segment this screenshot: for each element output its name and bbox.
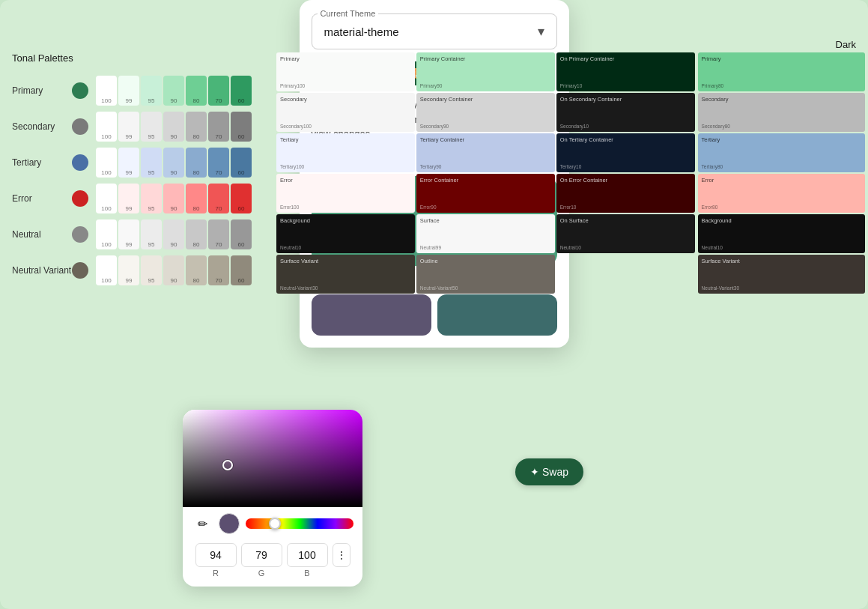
palette-row-error: Error100999590807060 — [12, 184, 265, 213]
b-label: B — [304, 569, 309, 578]
color-cursor — [222, 460, 233, 470]
palette-circle — [72, 82, 88, 99]
r-field: R — [195, 543, 237, 578]
dark-theme-cell: PrimaryPrimary80 — [698, 52, 865, 91]
color-swatch[interactable]: 60 — [231, 112, 252, 142]
theme-cell: On Secondary ContainerSecondary10 — [556, 93, 695, 132]
dark-theme-label: Dark — [836, 39, 856, 50]
color-swatch[interactable]: 70 — [208, 219, 229, 249]
hue-slider[interactable] — [246, 518, 353, 529]
theme-cell: On Primary ContainerPrimary10 — [556, 52, 695, 91]
theme-cell: On Error ContainerError10 — [556, 174, 695, 213]
color-swatch[interactable]: 100 — [96, 184, 117, 213]
color-swatch[interactable]: 99 — [118, 219, 139, 249]
color-swatch[interactable]: 90 — [163, 76, 184, 106]
theme-cell: Surface VariantNeutral-Variant30 — [276, 255, 415, 294]
color-picker: ✏ R G B ⋮ — [183, 410, 362, 587]
color-swatch[interactable]: 100 — [96, 148, 117, 178]
color-swatch[interactable]: 99 — [118, 112, 139, 142]
color-swatch-2[interactable] — [437, 294, 557, 336]
color-swatch[interactable]: 60 — [231, 76, 252, 106]
palette-circle — [72, 226, 88, 243]
r-label: R — [213, 569, 219, 578]
swap-button[interactable]: ✦ Swap — [515, 458, 583, 485]
theme-dropdown[interactable]: material-theme ▾ — [312, 13, 557, 49]
color-swatch[interactable]: 90 — [163, 255, 184, 285]
color-swatch[interactable]: 90 — [163, 148, 184, 178]
color-swatch[interactable]: 100 — [96, 112, 117, 142]
palette-circle — [72, 262, 88, 279]
color-swatch[interactable]: 95 — [141, 255, 162, 285]
color-swatch[interactable]: 95 — [141, 76, 162, 106]
palette-circle — [72, 118, 88, 135]
color-swatch[interactable]: 80 — [186, 76, 207, 106]
theme-cell: On Tertiary ContainerTertiary10 — [556, 133, 695, 172]
chevron-down-icon: ▾ — [538, 23, 544, 40]
modal-header: Current Theme material-theme ▾ — [300, 0, 569, 49]
color-swatch[interactable]: 70 — [208, 184, 229, 213]
theme-cell — [556, 255, 695, 294]
color-swatch[interactable]: 60 — [231, 255, 252, 285]
color-swatch[interactable]: 100 — [96, 255, 117, 285]
color-swatch[interactable]: 95 — [141, 219, 162, 249]
color-gradient-canvas[interactable] — [183, 410, 362, 507]
theme-cell: Error ContainerError90 — [416, 174, 555, 213]
tonal-palettes-title: Tonal Palettes — [12, 52, 265, 64]
theme-cell: SurfaceNeutral99 — [416, 214, 555, 253]
theme-cell: Primary ContainerPrimary90 — [416, 52, 555, 91]
palette-label: Primary — [12, 85, 72, 96]
theme-cell: SecondarySecondary100 — [276, 93, 415, 132]
palette-row-neutral-variant: Neutral Variant100999590807060 — [12, 255, 265, 285]
r-input[interactable] — [195, 543, 237, 567]
palette-label: Error — [12, 193, 72, 204]
color-swatch[interactable]: 60 — [231, 184, 252, 213]
g-label: G — [258, 569, 265, 578]
color-swatch[interactable]: 99 — [118, 76, 139, 106]
tonal-palettes-panel: Tonal Palettes Primary100999590807060Sec… — [0, 52, 277, 291]
dark-theme-cell: TertiaryTertiary80 — [698, 133, 865, 172]
palette-row-primary: Primary100999590807060 — [12, 76, 265, 106]
theme-cell: OutlineNeutral-Variant50 — [416, 255, 555, 294]
g-input[interactable] — [241, 543, 282, 567]
rgb-inputs: R G B ⋮ — [183, 543, 362, 578]
theme-dropdown-value: material-theme — [324, 25, 399, 38]
color-swatch[interactable]: 95 — [141, 148, 162, 178]
color-swatch[interactable]: 90 — [163, 112, 184, 142]
b-field: B — [287, 543, 328, 578]
b-stepper[interactable]: ⋮ — [333, 543, 350, 567]
palette-circle — [72, 190, 88, 207]
color-swatch[interactable]: 80 — [186, 112, 207, 142]
color-swatch[interactable]: 70 — [208, 112, 229, 142]
color-swatch[interactable]: 70 — [208, 255, 229, 285]
palette-label: Secondary — [12, 121, 72, 132]
color-swatch[interactable]: 60 — [231, 219, 252, 249]
color-swatch[interactable]: 95 — [141, 112, 162, 142]
color-swatch[interactable]: 80 — [186, 255, 207, 285]
color-swatch[interactable]: 90 — [163, 184, 184, 213]
color-swatch[interactable]: 80 — [186, 184, 207, 213]
color-swatches-row — [300, 294, 569, 336]
color-swatch[interactable]: 90 — [163, 219, 184, 249]
theme-cell: TertiaryTertiary100 — [276, 133, 415, 172]
color-swatch[interactable]: 99 — [118, 148, 139, 178]
color-swatch[interactable]: 70 — [208, 148, 229, 178]
color-swatch[interactable]: 95 — [141, 184, 162, 213]
dark-theme-cell: SecondarySecondary80 — [698, 93, 865, 132]
palette-row-neutral: Neutral100999590807060 — [12, 219, 265, 249]
color-swatch[interactable]: 80 — [186, 148, 207, 178]
color-swatch[interactable]: 100 — [96, 219, 117, 249]
color-swatch[interactable]: 60 — [231, 148, 252, 178]
dark-theme-cell: Surface VariantNeutral-Variant30 — [698, 255, 865, 294]
color-swatch[interactable]: 80 — [186, 219, 207, 249]
color-swatch[interactable]: 99 — [118, 255, 139, 285]
eyedropper-button[interactable]: ✏ — [192, 513, 213, 534]
color-swatch[interactable]: 99 — [118, 184, 139, 213]
color-swatch-1[interactable] — [312, 294, 431, 336]
b-input[interactable] — [287, 543, 328, 567]
current-theme-label: Current Theme — [318, 9, 379, 18]
color-swatch[interactable]: 100 — [96, 76, 117, 106]
theme-cell: BackgroundNeutral10 — [276, 214, 415, 253]
hue-thumb — [269, 518, 281, 530]
color-swatch[interactable]: 70 — [208, 76, 229, 106]
dark-theme-cell: BackgroundNeutral10 — [698, 214, 865, 253]
